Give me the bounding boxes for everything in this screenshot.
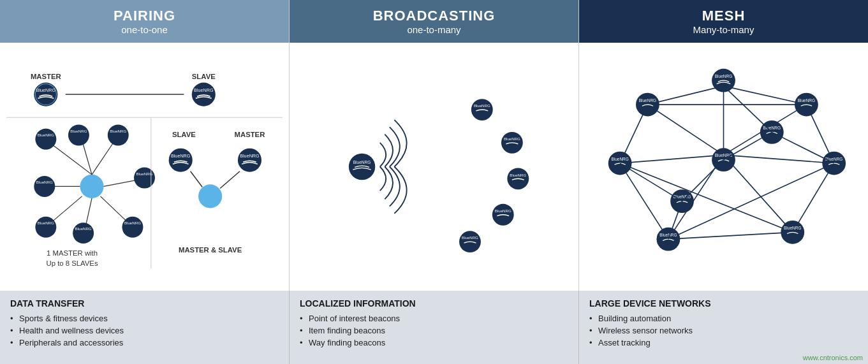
svg-point-12	[68, 125, 89, 146]
svg-line-70	[647, 105, 723, 155]
broadcasting-title: BROADCASTING	[300, 8, 568, 24]
broadcasting-column: BROADCASTING one-to-many BlueNRG	[290, 0, 579, 291]
svg-line-66	[620, 163, 668, 239]
mesh-title: MESH	[589, 8, 858, 24]
master-label: MASTER	[31, 73, 61, 80]
mesh-column: MESH Many-to-many	[579, 0, 868, 291]
svg-line-94	[724, 132, 772, 159]
svg-text:BlueNRG: BlueNRG	[510, 173, 526, 177]
svg-line-63	[724, 155, 834, 163]
svg-point-37	[198, 184, 222, 208]
svg-text:MASTER & SLAVE: MASTER & SLAVE	[179, 246, 242, 254]
svg-text:BlueNRG: BlueNRG	[715, 153, 732, 157]
svg-point-38	[238, 149, 261, 172]
svg-text:SLAVE: SLAVE	[172, 131, 196, 138]
svg-point-27	[35, 217, 56, 238]
large-device-list: Building automation Wireless sensor netw…	[589, 312, 858, 349]
svg-point-4	[192, 83, 216, 106]
svg-line-43	[191, 171, 203, 187]
broadcasting-header: BROADCASTING one-to-many	[290, 0, 578, 43]
svg-point-30	[34, 176, 55, 197]
pairing-column: PAIRING one-to-one MASTER SLAVE BlueNRG	[0, 0, 290, 291]
data-transfer-title: DATA TRANSFER	[10, 298, 279, 309]
pairing-subtitle: one-to-one	[10, 24, 279, 35]
slave-label-top: SLAVE	[192, 73, 216, 80]
pairing-diagram: MASTER SLAVE BlueNRG BlueNRG	[0, 43, 289, 291]
svg-line-40	[220, 171, 240, 189]
svg-text:BlueNRG: BlueNRG	[194, 87, 214, 93]
pairing-title: PAIRING	[10, 8, 279, 24]
svg-point-24	[73, 222, 94, 244]
list-item: Asset tracking	[589, 337, 858, 349]
svg-line-14	[92, 140, 115, 175]
svg-point-45	[349, 154, 375, 180]
svg-line-92	[724, 86, 772, 133]
svg-line-97	[620, 163, 682, 201]
large-device-title: LARGE DEVICE NETWORKS	[589, 298, 858, 309]
list-item: Peripherals and accessories	[10, 337, 279, 349]
svg-line-20	[100, 196, 128, 222]
svg-text:BlueNRG: BlueNRG	[474, 103, 490, 108]
svg-text:BlueNRG: BlueNRG	[36, 180, 53, 184]
mesh-svg: BlueNRG BlueNRG BlueNRG BlueNRG	[585, 49, 862, 284]
localized-info-list: Point of interest beacons Item finding b…	[300, 312, 568, 349]
svg-line-69	[620, 155, 723, 163]
svg-text:BlueNRG: BlueNRG	[784, 226, 801, 230]
svg-text:BlueNRG: BlueNRG	[75, 227, 92, 231]
svg-line-11	[82, 140, 92, 175]
svg-line-93	[772, 132, 834, 163]
svg-line-26	[51, 196, 82, 222]
bottom-section: DATA TRANSFER Sports & fitness devices H…	[0, 291, 868, 364]
svg-point-9	[35, 129, 56, 150]
list-item: Point of interest beacons	[300, 312, 568, 324]
svg-text:BlueNRG: BlueNRG	[36, 87, 56, 93]
svg-text:BlueNRG: BlueNRG	[38, 133, 54, 137]
mesh-diagram: BlueNRG BlueNRG BlueNRG BlueNRG	[579, 43, 868, 291]
svg-point-7	[80, 175, 103, 198]
svg-text:BlueNRG: BlueNRG	[504, 136, 520, 141]
svg-text:BlueNRG: BlueNRG	[70, 129, 87, 133]
svg-line-8	[51, 143, 92, 174]
svg-text:BlueNRG: BlueNRG	[715, 74, 732, 78]
mesh-header: MESH Many-to-many	[579, 0, 868, 43]
pairing-svg: MASTER SLAVE BlueNRG BlueNRG	[6, 49, 283, 284]
svg-point-21	[122, 217, 143, 238]
svg-point-15	[108, 125, 129, 146]
svg-text:BlueNRG: BlueNRG	[110, 129, 126, 133]
list-item: Item finding beacons	[300, 324, 568, 337]
svg-text:BlueNRG: BlueNRG	[353, 160, 371, 164]
svg-text:1 MASTER with: 1 MASTER with	[47, 249, 98, 257]
svg-text:Up to 8 SLAVEs: Up to 8 SLAVEs	[47, 259, 98, 267]
svg-point-18	[134, 168, 155, 189]
main-container: PAIRING one-to-one MASTER SLAVE BlueNRG	[0, 0, 868, 364]
localized-info-col: LOCALIZED INFORMATION Point of interest …	[290, 291, 579, 364]
broadcasting-subtitle: one-to-many	[300, 24, 568, 35]
list-item: Wireless sensor networks	[589, 324, 858, 337]
svg-text:MASTER: MASTER	[235, 131, 265, 138]
list-item: Way finding beacons	[300, 337, 568, 349]
data-transfer-list: Sports & fitness devices Health and well…	[10, 312, 279, 349]
large-device-col: LARGE DEVICE NETWORKS Building automatio…	[579, 291, 868, 364]
localized-info-title: LOCALIZED INFORMATION	[300, 298, 568, 309]
svg-text:BlueNRG: BlueNRG	[659, 233, 677, 237]
svg-text:BlueNRG: BlueNRG	[124, 221, 141, 225]
broadcasting-diagram: BlueNRG BlueNRG	[290, 43, 578, 291]
svg-text:BlueNRG: BlueNRG	[611, 157, 628, 161]
data-transfer-col: DATA TRANSFER Sports & fitness devices H…	[0, 291, 290, 364]
svg-text:BlueNRG: BlueNRG	[136, 171, 152, 176]
svg-text:BlueNRG: BlueNRG	[462, 235, 478, 240]
list-item: Health and wellness devices	[10, 324, 279, 337]
mesh-subtitle: Many-to-many	[589, 24, 858, 35]
svg-text:BlueNRG: BlueNRG	[495, 208, 511, 213]
top-section: PAIRING one-to-one MASTER SLAVE BlueNRG	[0, 0, 868, 291]
svg-line-99	[682, 160, 724, 201]
pairing-header: PAIRING one-to-one	[0, 0, 289, 43]
list-item: Sports & fitness devices	[10, 312, 279, 324]
svg-line-64	[668, 232, 793, 239]
broadcasting-svg: BlueNRG BlueNRG	[296, 49, 572, 284]
svg-line-57	[724, 86, 807, 105]
svg-line-17	[104, 180, 138, 186]
svg-point-41	[169, 149, 193, 172]
svg-text:BlueNRG: BlueNRG	[171, 153, 191, 159]
svg-text:BlueNRG: BlueNRG	[798, 98, 815, 103]
